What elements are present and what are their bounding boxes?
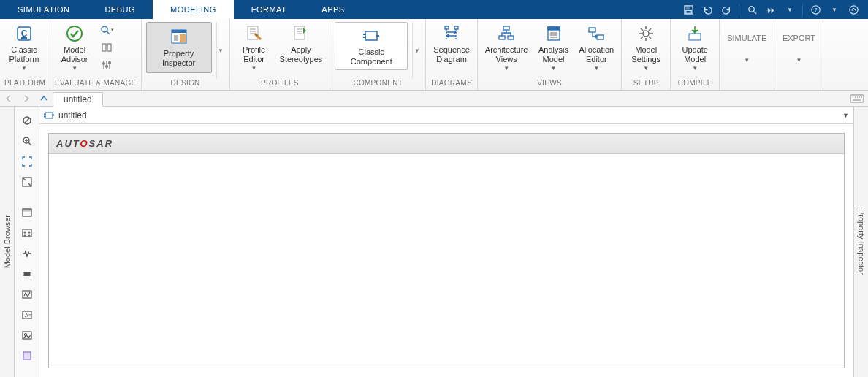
help-dropdown-icon[interactable]: ▼ <box>826 1 843 18</box>
quick-access-toolbar: ▼ ? ▼ <box>679 0 868 19</box>
fit-to-view-icon[interactable] <box>19 153 35 170</box>
ribbon-toolstrip: C Classic Platform▼ PLATFORM Model Advis… <box>0 19 868 91</box>
ribbon-group-design: Property Inspector ▼ DESIGN <box>142 19 230 90</box>
svg-rect-9 <box>21 37 27 39</box>
svg-rect-24 <box>363 37 366 38</box>
property-inspector-rail[interactable]: Property Inspector <box>853 107 868 377</box>
compare-icon[interactable] <box>99 39 115 56</box>
scope-icon[interactable] <box>19 286 35 302</box>
svg-rect-57 <box>44 116 45 117</box>
model-advisor-button[interactable]: Model Advisor▼ <box>55 22 94 73</box>
annotation-icon[interactable]: A≡ <box>19 307 35 323</box>
update-model-button[interactable]: Update Model▼ <box>675 22 715 73</box>
allocation-editor-button[interactable]: Allocation Editor▼ <box>576 22 617 73</box>
image-block-icon[interactable] <box>19 327 35 343</box>
signal-icon[interactable] <box>19 245 35 262</box>
file-tab[interactable]: untitled <box>53 92 103 107</box>
architecture-views-button[interactable]: Architecture Views▼ <box>482 22 531 73</box>
svg-rect-26 <box>445 26 449 29</box>
svg-rect-12 <box>102 44 106 51</box>
svg-rect-42 <box>23 209 31 211</box>
classic-platform-button[interactable]: C Classic Platform▼ <box>4 22 44 73</box>
nav-up-icon[interactable] <box>35 91 53 106</box>
tab-debug[interactable]: DEBUG <box>87 0 153 19</box>
svg-rect-30 <box>508 36 514 39</box>
svg-rect-32 <box>548 27 560 30</box>
svg-rect-18 <box>172 30 186 33</box>
nav-forward-icon[interactable] <box>18 91 35 106</box>
ribbon-group-export: EXPORT ▼ <box>774 19 823 90</box>
tune-icon[interactable] <box>99 57 115 73</box>
svg-rect-56 <box>44 114 45 115</box>
svg-text:?: ? <box>814 7 817 13</box>
model-settings-button[interactable]: Model Settings▼ <box>626 22 666 73</box>
sequence-diagram-button[interactable]: Sequence Diagram <box>430 22 473 66</box>
component-dropdown[interactable]: ▼ <box>412 22 421 79</box>
undo-icon[interactable] <box>698 1 716 18</box>
canvas-frame: AUTOSAR <box>48 133 845 368</box>
save-icon[interactable] <box>679 1 697 18</box>
classic-component-button[interactable]: Classic Component <box>335 22 408 70</box>
canvas[interactable]: AUTOSAR <box>39 124 853 377</box>
ribbon-group-component: Classic Component ▼ COMPONENT <box>330 19 426 90</box>
ribbon-group-evaluate: Model Advisor▼ ▾ EVALUATE & MANAGE <box>50 19 141 90</box>
simulate-button[interactable]: SIMULATE ▼ <box>724 22 769 75</box>
svg-rect-55 <box>45 113 53 118</box>
keyboard-icon[interactable] <box>846 91 868 106</box>
help-icon[interactable]: ? <box>807 1 824 18</box>
hide-show-icon[interactable] <box>19 113 35 129</box>
overflow-dropdown-icon[interactable]: ▼ <box>781 1 799 18</box>
svg-rect-37 <box>850 95 864 102</box>
svg-rect-49 <box>23 291 31 298</box>
browser-toggle-icon[interactable] <box>19 205 35 221</box>
redo-icon[interactable] <box>717 1 735 18</box>
ribbon-group-platform: C Classic Platform▼ PLATFORM <box>0 19 50 90</box>
svg-rect-23 <box>363 34 366 35</box>
svg-rect-27 <box>454 26 458 29</box>
nav-back-icon[interactable] <box>0 91 18 106</box>
library-icon[interactable] <box>19 225 35 241</box>
profile-editor-button[interactable]: Profile Editor▼ <box>235 22 274 73</box>
find-icon[interactable]: ▾ <box>99 22 115 38</box>
svg-rect-2 <box>685 10 691 13</box>
tab-modeling[interactable]: MODELING <box>153 0 234 19</box>
chip-icon[interactable] <box>19 266 35 282</box>
svg-point-16 <box>109 62 111 64</box>
svg-rect-29 <box>499 36 505 39</box>
ribbon-group-profiles: Profile Editor▼ Apply Stereotypes PROFIL… <box>230 19 331 90</box>
svg-point-46 <box>24 235 26 236</box>
tab-apps[interactable]: APPS <box>304 0 362 19</box>
restore-view-icon[interactable] <box>19 174 35 190</box>
svg-point-6 <box>849 5 857 13</box>
editor-subbar: untitled <box>0 91 868 107</box>
svg-point-14 <box>103 63 105 65</box>
model-icon <box>44 110 54 121</box>
tab-simulation[interactable]: SIMULATION <box>0 0 87 19</box>
svg-point-44 <box>24 232 26 233</box>
property-inspector-button[interactable]: Property Inspector <box>146 22 212 73</box>
svg-rect-58 <box>53 115 54 115</box>
canvas-header: AUTOSAR <box>49 134 844 154</box>
breadcrumb-dropdown-icon[interactable]: ▼ <box>842 112 849 119</box>
analysis-model-button[interactable]: Analysis Model▼ <box>534 22 574 73</box>
svg-rect-48 <box>24 272 30 276</box>
design-dropdown[interactable]: ▼ <box>216 22 225 79</box>
model-browser-rail[interactable]: Model Browser <box>0 107 15 377</box>
collapse-ribbon-icon[interactable] <box>845 1 862 18</box>
ribbon-group-setup: Model Settings▼ SETUP <box>622 19 671 90</box>
breadcrumb-text[interactable]: untitled <box>58 110 87 121</box>
search-icon[interactable] <box>743 1 761 18</box>
canvas-area: untitled ▼ AUTOSAR <box>39 107 853 377</box>
svg-point-11 <box>102 26 107 32</box>
area-icon[interactable] <box>19 348 35 364</box>
tab-format[interactable]: FORMAT <box>234 0 305 19</box>
ribbon-group-views: Architecture Views▼ Analysis Model▼ Allo… <box>478 19 622 90</box>
overflow-icon[interactable] <box>762 1 780 18</box>
svg-rect-20 <box>248 26 258 39</box>
svg-rect-21 <box>294 26 305 39</box>
export-button[interactable]: EXPORT ▼ <box>779 22 818 75</box>
svg-rect-34 <box>597 35 604 39</box>
zoom-icon[interactable] <box>19 133 35 149</box>
apply-stereotypes-button[interactable]: Apply Stereotypes <box>277 22 326 66</box>
canvas-palette: A≡ <box>15 107 39 377</box>
